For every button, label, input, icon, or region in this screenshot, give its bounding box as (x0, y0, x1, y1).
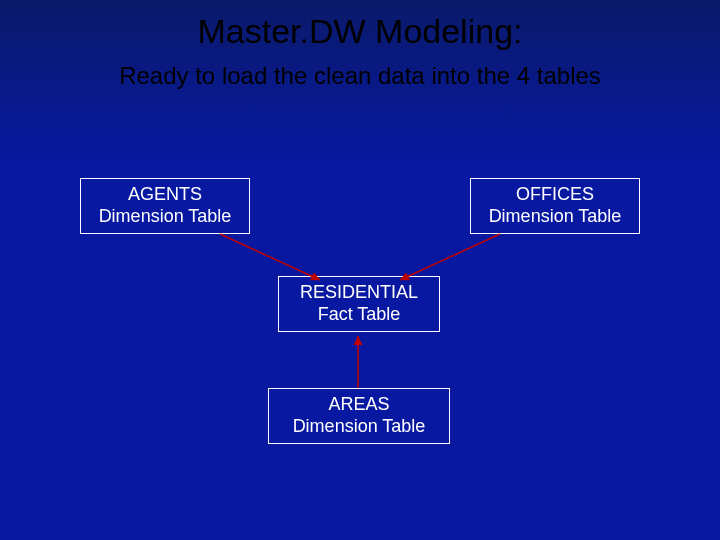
arrow-agents-to-fact (220, 234, 320, 280)
residential-fact-box: RESIDENTIAL Fact Table (278, 276, 440, 332)
offices-dimension-box: OFFICES Dimension Table (470, 178, 640, 234)
arrow-offices-to-fact (400, 234, 500, 280)
slide-title: Master.DW Modeling: (0, 12, 720, 51)
slide-subtitle: Ready to load the clean data into the 4 … (0, 62, 720, 90)
areas-dimension-box: AREAS Dimension Table (268, 388, 450, 444)
agents-dimension-box: AGENTS Dimension Table (80, 178, 250, 234)
